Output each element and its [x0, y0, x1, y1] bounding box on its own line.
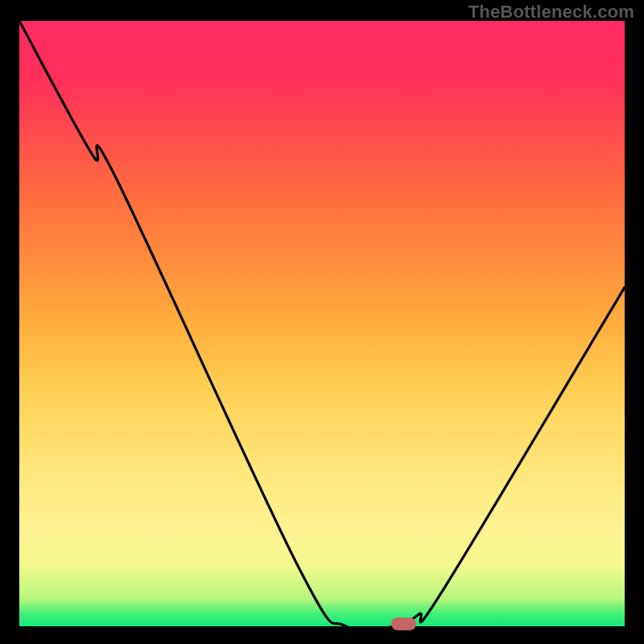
- bottleneck-curve: [19, 21, 625, 626]
- plot-area: [19, 21, 625, 626]
- optimal-point-marker: [391, 617, 415, 630]
- chart-frame: TheBottleneck.com: [0, 0, 644, 644]
- watermark-text: TheBottleneck.com: [469, 2, 634, 23]
